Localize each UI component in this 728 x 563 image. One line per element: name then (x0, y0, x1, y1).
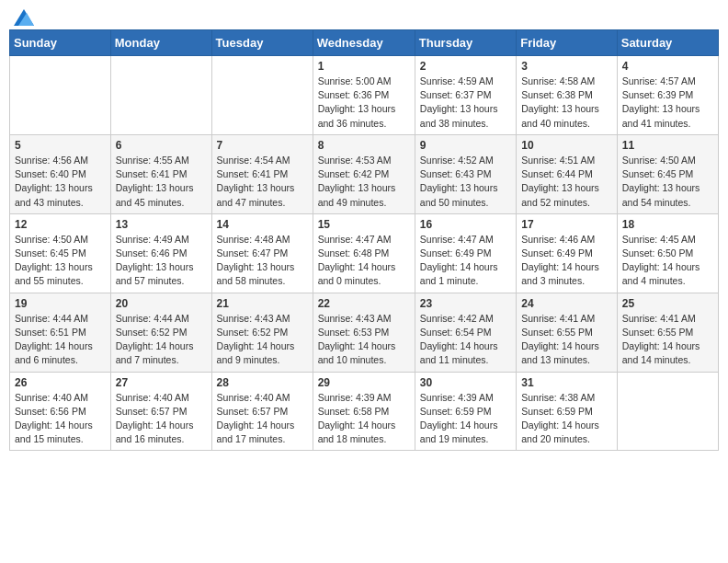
day-number: 21 (217, 297, 308, 310)
calendar-cell: 28Sunrise: 4:40 AM Sunset: 6:57 PM Dayli… (211, 372, 313, 451)
calendar-cell: 29Sunrise: 4:39 AM Sunset: 6:58 PM Dayli… (313, 372, 415, 451)
day-info: Sunrise: 4:40 AM Sunset: 6:57 PM Dayligh… (116, 391, 207, 447)
calendar-header-row: SundayMondayTuesdayWednesdayThursdayFrid… (10, 30, 719, 56)
day-info: Sunrise: 4:40 AM Sunset: 6:56 PM Dayligh… (15, 391, 106, 447)
day-of-week-header: Friday (517, 30, 618, 56)
calendar-cell: 25Sunrise: 4:41 AM Sunset: 6:55 PM Dayli… (617, 293, 718, 372)
calendar-cell: 24Sunrise: 4:41 AM Sunset: 6:55 PM Dayli… (517, 293, 618, 372)
day-number: 19 (15, 297, 106, 310)
day-info: Sunrise: 4:47 AM Sunset: 6:48 PM Dayligh… (318, 233, 410, 289)
day-info: Sunrise: 4:47 AM Sunset: 6:49 PM Dayligh… (420, 233, 511, 289)
day-number: 1 (318, 60, 410, 73)
calendar-cell: 31Sunrise: 4:38 AM Sunset: 6:59 PM Dayli… (517, 372, 618, 451)
page-header (9, 9, 719, 22)
calendar-cell (211, 56, 313, 135)
day-number: 10 (521, 139, 612, 152)
day-info: Sunrise: 4:45 AM Sunset: 6:50 PM Dayligh… (622, 233, 713, 289)
calendar-cell: 8Sunrise: 4:53 AM Sunset: 6:42 PM Daylig… (313, 134, 415, 213)
day-info: Sunrise: 4:44 AM Sunset: 6:52 PM Dayligh… (116, 312, 207, 368)
day-info: Sunrise: 4:57 AM Sunset: 6:39 PM Dayligh… (622, 75, 713, 131)
calendar-cell: 12Sunrise: 4:50 AM Sunset: 6:45 PM Dayli… (10, 213, 111, 293)
day-number: 11 (622, 139, 713, 152)
calendar-cell: 30Sunrise: 4:39 AM Sunset: 6:59 PM Dayli… (415, 372, 516, 451)
calendar-table: SundayMondayTuesdayWednesdayThursdayFrid… (9, 29, 719, 451)
logo-icon (14, 9, 34, 26)
day-info: Sunrise: 4:44 AM Sunset: 6:51 PM Dayligh… (15, 312, 106, 368)
day-of-week-header: Monday (110, 30, 211, 56)
day-info: Sunrise: 4:51 AM Sunset: 6:44 PM Dayligh… (521, 154, 612, 210)
day-number: 8 (318, 139, 410, 152)
day-info: Sunrise: 4:50 AM Sunset: 6:45 PM Dayligh… (15, 233, 106, 289)
day-of-week-header: Sunday (10, 30, 111, 56)
day-number: 15 (318, 218, 410, 231)
day-info: Sunrise: 4:52 AM Sunset: 6:43 PM Dayligh… (420, 154, 511, 210)
day-number: 9 (420, 139, 511, 152)
day-number: 27 (116, 376, 207, 389)
day-info: Sunrise: 4:59 AM Sunset: 6:37 PM Dayligh… (420, 75, 511, 131)
calendar-cell: 27Sunrise: 4:40 AM Sunset: 6:57 PM Dayli… (110, 372, 211, 451)
day-info: Sunrise: 4:43 AM Sunset: 6:52 PM Dayligh… (217, 312, 308, 368)
calendar-cell: 7Sunrise: 4:54 AM Sunset: 6:41 PM Daylig… (211, 134, 313, 213)
calendar-cell: 13Sunrise: 4:49 AM Sunset: 6:46 PM Dayli… (110, 213, 211, 293)
calendar-cell: 14Sunrise: 4:48 AM Sunset: 6:47 PM Dayli… (211, 213, 313, 293)
day-info: Sunrise: 4:39 AM Sunset: 6:59 PM Dayligh… (420, 391, 511, 447)
day-number: 28 (217, 376, 308, 389)
calendar-cell: 15Sunrise: 4:47 AM Sunset: 6:48 PM Dayli… (313, 213, 415, 293)
day-number: 2 (420, 60, 511, 73)
day-info: Sunrise: 4:58 AM Sunset: 6:38 PM Dayligh… (521, 75, 612, 131)
calendar-cell: 5Sunrise: 4:56 AM Sunset: 6:40 PM Daylig… (10, 134, 111, 213)
day-number: 20 (116, 297, 207, 310)
day-number: 12 (15, 218, 106, 231)
day-of-week-header: Thursday (415, 30, 516, 56)
day-number: 24 (521, 297, 612, 310)
calendar-cell (110, 56, 211, 135)
day-number: 30 (420, 376, 511, 389)
calendar-cell: 3Sunrise: 4:58 AM Sunset: 6:38 PM Daylig… (517, 56, 618, 135)
day-number: 6 (116, 139, 207, 152)
day-info: Sunrise: 4:56 AM Sunset: 6:40 PM Dayligh… (15, 154, 106, 210)
day-info: Sunrise: 4:40 AM Sunset: 6:57 PM Dayligh… (217, 391, 308, 447)
day-info: Sunrise: 4:41 AM Sunset: 6:55 PM Dayligh… (521, 312, 612, 368)
calendar-cell: 11Sunrise: 4:50 AM Sunset: 6:45 PM Dayli… (617, 134, 718, 213)
day-info: Sunrise: 4:55 AM Sunset: 6:41 PM Dayligh… (116, 154, 207, 210)
calendar-week-row: 12Sunrise: 4:50 AM Sunset: 6:45 PM Dayli… (10, 213, 719, 293)
calendar-cell: 9Sunrise: 4:52 AM Sunset: 6:43 PM Daylig… (415, 134, 516, 213)
day-info: Sunrise: 4:39 AM Sunset: 6:58 PM Dayligh… (318, 391, 410, 447)
calendar-week-row: 26Sunrise: 4:40 AM Sunset: 6:56 PM Dayli… (10, 372, 719, 451)
calendar-cell: 17Sunrise: 4:46 AM Sunset: 6:49 PM Dayli… (517, 213, 618, 293)
day-info: Sunrise: 4:50 AM Sunset: 6:45 PM Dayligh… (622, 154, 713, 210)
day-number: 22 (318, 297, 410, 310)
day-number: 23 (420, 297, 511, 310)
day-info: Sunrise: 4:41 AM Sunset: 6:55 PM Dayligh… (622, 312, 713, 368)
day-number: 7 (217, 139, 308, 152)
day-info: Sunrise: 4:38 AM Sunset: 6:59 PM Dayligh… (521, 391, 612, 447)
calendar-cell: 6Sunrise: 4:55 AM Sunset: 6:41 PM Daylig… (110, 134, 211, 213)
calendar-cell: 22Sunrise: 4:43 AM Sunset: 6:53 PM Dayli… (313, 293, 415, 372)
day-number: 25 (622, 297, 713, 310)
calendar-cell: 26Sunrise: 4:40 AM Sunset: 6:56 PM Dayli… (10, 372, 111, 451)
day-info: Sunrise: 4:53 AM Sunset: 6:42 PM Dayligh… (318, 154, 410, 210)
day-of-week-header: Tuesday (211, 30, 313, 56)
day-number: 4 (622, 60, 713, 73)
calendar-cell: 4Sunrise: 4:57 AM Sunset: 6:39 PM Daylig… (617, 56, 718, 135)
calendar-cell: 23Sunrise: 4:42 AM Sunset: 6:54 PM Dayli… (415, 293, 516, 372)
calendar-cell: 1Sunrise: 5:00 AM Sunset: 6:36 PM Daylig… (313, 56, 415, 135)
calendar-cell: 18Sunrise: 4:45 AM Sunset: 6:50 PM Dayli… (617, 213, 718, 293)
day-number: 3 (521, 60, 612, 73)
calendar-cell: 19Sunrise: 4:44 AM Sunset: 6:51 PM Dayli… (10, 293, 111, 372)
day-info: Sunrise: 4:54 AM Sunset: 6:41 PM Dayligh… (217, 154, 308, 210)
calendar-week-row: 5Sunrise: 4:56 AM Sunset: 6:40 PM Daylig… (10, 134, 719, 213)
day-number: 14 (217, 218, 308, 231)
day-info: Sunrise: 4:46 AM Sunset: 6:49 PM Dayligh… (521, 233, 612, 289)
day-number: 31 (521, 376, 612, 389)
day-number: 16 (420, 218, 511, 231)
day-of-week-header: Wednesday (313, 30, 415, 56)
day-number: 17 (521, 218, 612, 231)
calendar-cell: 2Sunrise: 4:59 AM Sunset: 6:37 PM Daylig… (415, 56, 516, 135)
calendar-cell (10, 56, 111, 135)
calendar-week-row: 19Sunrise: 4:44 AM Sunset: 6:51 PM Dayli… (10, 293, 719, 372)
day-info: Sunrise: 4:42 AM Sunset: 6:54 PM Dayligh… (420, 312, 511, 368)
day-info: Sunrise: 5:00 AM Sunset: 6:36 PM Dayligh… (318, 75, 410, 131)
day-info: Sunrise: 4:48 AM Sunset: 6:47 PM Dayligh… (217, 233, 308, 289)
day-of-week-header: Saturday (617, 30, 718, 56)
